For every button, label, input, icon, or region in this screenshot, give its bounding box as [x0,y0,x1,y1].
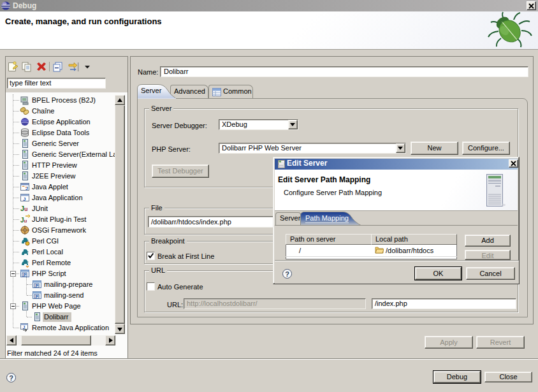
svg-text:P: P [36,294,39,299]
svg-text:P: P [24,273,27,277]
svg-text:P: P [36,284,39,288]
svg-text:J: J [25,186,28,191]
svg-text:u: u [24,218,27,224]
svg-text:u: u [24,206,28,212]
svg-text:J: J [23,196,25,202]
svg-text:J: J [23,325,25,330]
